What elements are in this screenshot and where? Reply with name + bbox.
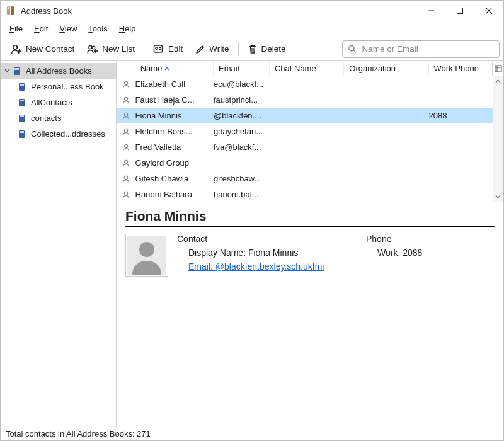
person-icon bbox=[117, 175, 135, 183]
column-email[interactable]: Email bbox=[214, 61, 270, 76]
titlebar: Address Book bbox=[1, 1, 503, 21]
window-title: Address Book bbox=[21, 6, 72, 16]
svg-point-40 bbox=[124, 160, 127, 163]
tree-item-label: Collected...ddresses bbox=[31, 129, 105, 139]
cell-name: Faust Haeja C... bbox=[135, 95, 214, 105]
tree-item-label: Personal...ess Book bbox=[31, 82, 104, 91]
menu-view[interactable]: View bbox=[54, 23, 82, 35]
svg-point-7 bbox=[13, 45, 17, 49]
work-phone-line: Work: 2088 bbox=[366, 248, 422, 258]
svg-point-35 bbox=[124, 81, 127, 84]
search-icon bbox=[348, 44, 357, 54]
new-list-button[interactable]: New List bbox=[81, 40, 141, 59]
tree-item-contacts[interactable]: contacts bbox=[1, 110, 116, 126]
write-button[interactable]: Write bbox=[189, 40, 235, 59]
phone-section-header: Phone bbox=[366, 234, 422, 244]
scroll-up-icon[interactable] bbox=[493, 76, 503, 87]
tree-root-label: All Address Books bbox=[26, 66, 92, 76]
svg-rect-27 bbox=[20, 100, 24, 101]
column-name[interactable]: Name bbox=[135, 61, 214, 76]
scroll-down-icon[interactable] bbox=[493, 191, 503, 202]
new-contact-label: New Contact bbox=[26, 44, 74, 54]
contact-list: Name Email Chat Name Organization Work P… bbox=[117, 61, 503, 202]
delete-button[interactable]: Delete bbox=[241, 40, 292, 59]
person-plus-icon bbox=[11, 43, 22, 55]
vertical-scrollbar[interactable] bbox=[493, 76, 503, 202]
list-body: Elizabeth Cullecu@blackf...Faust Haeja C… bbox=[117, 76, 503, 202]
column-header-row: Name Email Chat Name Organization Work P… bbox=[117, 61, 503, 76]
table-row[interactable]: Fiona Minnis@blackfen....2088 bbox=[117, 108, 503, 123]
tree-twisty-icon[interactable] bbox=[3, 68, 11, 74]
cell-name: Fletcher Bons... bbox=[135, 127, 214, 136]
svg-point-42 bbox=[124, 192, 127, 195]
svg-point-10 bbox=[89, 45, 92, 49]
search-input[interactable] bbox=[361, 43, 494, 54]
menu-tools[interactable]: Tools bbox=[83, 23, 112, 35]
menu-edit[interactable]: Edit bbox=[29, 23, 53, 35]
cell-name: Fiona Minnis bbox=[135, 111, 214, 120]
search-box[interactable] bbox=[342, 40, 500, 58]
cell-name: Elizabeth Cull bbox=[135, 79, 214, 89]
cell-name: Gitesh Chawla bbox=[135, 174, 214, 183]
svg-rect-14 bbox=[154, 45, 163, 52]
table-row[interactable]: Gaylord Group bbox=[117, 155, 503, 171]
table-row[interactable]: Hariom Balharahariom.bal... bbox=[117, 186, 503, 202]
person-icon bbox=[117, 143, 135, 152]
edit-button[interactable]: Edit bbox=[147, 40, 189, 59]
menu-help[interactable]: Help bbox=[114, 23, 141, 35]
cell-name: Gaylord Group bbox=[135, 158, 214, 168]
book-icon bbox=[12, 66, 22, 76]
sort-asc-icon bbox=[164, 66, 169, 71]
person-icon bbox=[117, 96, 135, 105]
column-picker-button[interactable] bbox=[492, 61, 503, 76]
svg-point-15 bbox=[156, 47, 158, 49]
column-icon[interactable] bbox=[117, 61, 135, 76]
tree-root-all-address-books[interactable]: All Address Books bbox=[1, 63, 116, 79]
svg-rect-29 bbox=[20, 115, 24, 117]
cell-name: Fred Valletta bbox=[135, 142, 214, 152]
book-icon bbox=[17, 113, 27, 123]
new-contact-button[interactable]: New Contact bbox=[4, 40, 81, 59]
person-icon bbox=[117, 112, 135, 120]
minimize-button[interactable] bbox=[416, 1, 445, 21]
people-plus-icon bbox=[87, 43, 98, 55]
contact-section-header: Contact bbox=[177, 234, 366, 244]
svg-point-20 bbox=[349, 45, 354, 50]
trash-icon bbox=[248, 44, 258, 54]
cell-email: ecu@blackf... bbox=[214, 79, 270, 89]
close-button[interactable] bbox=[474, 1, 503, 21]
main: All Address Books Personal...ess Book Al… bbox=[1, 61, 503, 427]
svg-rect-32 bbox=[495, 66, 501, 72]
svg-rect-2 bbox=[8, 7, 9, 9]
write-label: Write bbox=[209, 44, 229, 54]
display-name-line: Display Name: Fiona Minnis bbox=[177, 248, 366, 258]
separator bbox=[144, 42, 144, 56]
maximize-button[interactable] bbox=[445, 1, 474, 21]
column-org[interactable]: Organization bbox=[344, 61, 428, 76]
tree-item-personal[interactable]: Personal...ess Book bbox=[1, 79, 116, 94]
table-row[interactable]: Fred Vallettafva@blackf... bbox=[117, 139, 503, 155]
tree-item-collected[interactable]: Collected...ddresses bbox=[1, 126, 116, 142]
svg-rect-1 bbox=[11, 6, 14, 15]
table-row[interactable]: Faust Haeja C...faustprinci... bbox=[117, 92, 503, 108]
svg-point-37 bbox=[124, 113, 127, 116]
cell-email: hariom.bal... bbox=[214, 190, 270, 199]
card-edit-icon bbox=[153, 43, 164, 55]
separator bbox=[238, 42, 239, 56]
cell-email: fva@blackf... bbox=[214, 142, 270, 152]
column-chat[interactable]: Chat Name bbox=[270, 61, 344, 76]
right-pane: Name Email Chat Name Organization Work P… bbox=[117, 61, 503, 427]
avatar bbox=[125, 234, 168, 277]
tree-item-label: contacts bbox=[31, 113, 61, 123]
table-row[interactable]: Elizabeth Cullecu@blackf... bbox=[117, 76, 503, 92]
table-row[interactable]: Fletcher Bons...gdaychefau... bbox=[117, 123, 503, 139]
table-row[interactable]: Gitesh Chawlagiteshchaw... bbox=[117, 171, 503, 186]
email-link[interactable]: Email: @blackfen.bexley.sch.ukfmi bbox=[188, 261, 324, 272]
svg-rect-25 bbox=[20, 84, 24, 86]
svg-point-43 bbox=[139, 242, 154, 257]
app-icon bbox=[6, 6, 16, 16]
tree-item-allcontacts[interactable]: AllContacts bbox=[1, 94, 116, 110]
person-icon bbox=[117, 159, 135, 168]
menu-file[interactable]: File bbox=[4, 23, 28, 35]
edit-label: Edit bbox=[168, 44, 183, 54]
